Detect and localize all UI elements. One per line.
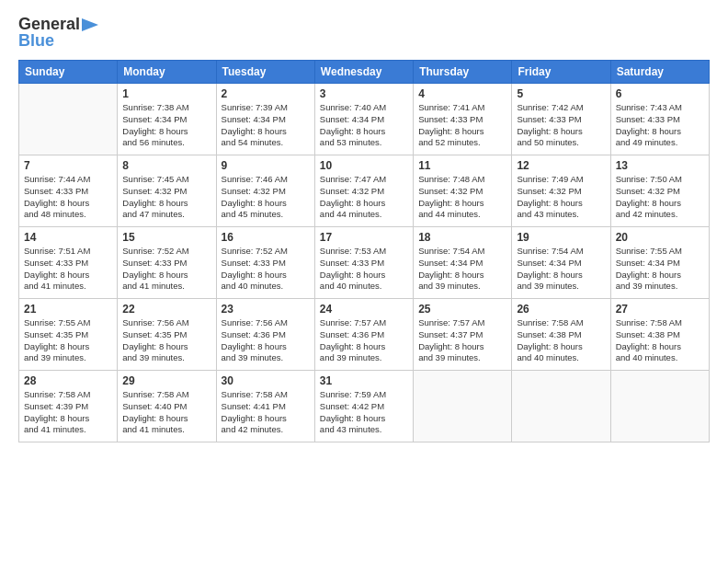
calendar-cell: 27Sunrise: 7:58 AMSunset: 4:38 PMDayligh…	[610, 299, 709, 371]
day-info: Sunrise: 7:45 AMSunset: 4:32 PMDaylight:…	[122, 174, 210, 221]
day-info: Sunrise: 7:58 AMSunset: 4:38 PMDaylight:…	[517, 317, 605, 364]
calendar-cell	[610, 371, 709, 442]
day-number: 2	[222, 87, 310, 100]
header-row: SundayMondayTuesdayWednesdayThursdayFrid…	[19, 61, 710, 84]
day-number: 6	[616, 87, 704, 100]
calendar: SundayMondayTuesdayWednesdayThursdayFrid…	[18, 60, 710, 442]
day-number: 10	[320, 159, 408, 172]
day-info: Sunrise: 7:50 AMSunset: 4:32 PMDaylight:…	[616, 174, 704, 221]
day-info: Sunrise: 7:41 AMSunset: 4:33 PMDaylight:…	[418, 102, 506, 149]
day-info: Sunrise: 7:47 AMSunset: 4:32 PMDaylight:…	[320, 174, 408, 221]
col-header-thursday: Thursday	[414, 61, 512, 84]
day-info: Sunrise: 7:55 AMSunset: 4:35 PMDaylight:…	[24, 317, 112, 364]
day-info: Sunrise: 7:55 AMSunset: 4:34 PMDaylight:…	[616, 246, 704, 293]
day-number: 22	[122, 303, 210, 316]
day-number: 30	[222, 374, 310, 387]
day-number: 21	[24, 303, 112, 316]
logo-arrow-icon	[82, 18, 98, 31]
calendar-cell: 21Sunrise: 7:55 AMSunset: 4:35 PMDayligh…	[19, 299, 118, 371]
col-header-monday: Monday	[118, 61, 216, 84]
day-info: Sunrise: 7:58 AMSunset: 4:41 PMDaylight:…	[222, 389, 310, 436]
day-info: Sunrise: 7:53 AMSunset: 4:33 PMDaylight:…	[320, 246, 408, 293]
day-info: Sunrise: 7:54 AMSunset: 4:34 PMDaylight:…	[517, 246, 605, 293]
calendar-cell	[19, 84, 118, 155]
day-number: 20	[616, 231, 704, 244]
calendar-cell: 23Sunrise: 7:56 AMSunset: 4:36 PMDayligh…	[216, 299, 314, 371]
calendar-cell: 8Sunrise: 7:45 AMSunset: 4:32 PMDaylight…	[118, 155, 216, 227]
calendar-cell: 30Sunrise: 7:58 AMSunset: 4:41 PMDayligh…	[216, 371, 314, 442]
day-number: 9	[222, 159, 310, 172]
day-info: Sunrise: 7:43 AMSunset: 4:33 PMDaylight:…	[616, 102, 704, 149]
calendar-cell: 9Sunrise: 7:46 AMSunset: 4:32 PMDaylight…	[216, 155, 314, 227]
calendar-cell: 18Sunrise: 7:54 AMSunset: 4:34 PMDayligh…	[414, 227, 512, 299]
col-header-wednesday: Wednesday	[314, 61, 413, 84]
calendar-cell: 28Sunrise: 7:58 AMSunset: 4:39 PMDayligh…	[19, 371, 118, 442]
calendar-cell: 10Sunrise: 7:47 AMSunset: 4:32 PMDayligh…	[314, 155, 413, 227]
day-info: Sunrise: 7:42 AMSunset: 4:33 PMDaylight:…	[517, 102, 605, 149]
week-row-1: 1Sunrise: 7:38 AMSunset: 4:34 PMDaylight…	[19, 84, 710, 155]
day-info: Sunrise: 7:57 AMSunset: 4:37 PMDaylight:…	[418, 317, 506, 364]
day-number: 29	[122, 374, 210, 387]
calendar-cell: 13Sunrise: 7:50 AMSunset: 4:32 PMDayligh…	[610, 155, 709, 227]
logo-container: General Blue	[18, 15, 98, 51]
day-info: Sunrise: 7:58 AMSunset: 4:38 PMDaylight:…	[616, 317, 704, 364]
week-row-3: 14Sunrise: 7:51 AMSunset: 4:33 PMDayligh…	[19, 227, 710, 299]
week-row-5: 28Sunrise: 7:58 AMSunset: 4:39 PMDayligh…	[19, 371, 710, 442]
calendar-cell	[512, 371, 610, 442]
calendar-cell: 3Sunrise: 7:40 AMSunset: 4:34 PMDaylight…	[314, 84, 413, 155]
calendar-cell: 1Sunrise: 7:38 AMSunset: 4:34 PMDaylight…	[118, 84, 216, 155]
day-info: Sunrise: 7:39 AMSunset: 4:34 PMDaylight:…	[222, 102, 310, 149]
calendar-cell: 11Sunrise: 7:48 AMSunset: 4:32 PMDayligh…	[414, 155, 512, 227]
day-number: 5	[517, 87, 605, 100]
col-header-tuesday: Tuesday	[216, 61, 314, 84]
day-info: Sunrise: 7:52 AMSunset: 4:33 PMDaylight:…	[122, 246, 210, 293]
calendar-cell: 15Sunrise: 7:52 AMSunset: 4:33 PMDayligh…	[118, 227, 216, 299]
header: General Blue	[18, 15, 710, 51]
day-info: Sunrise: 7:44 AMSunset: 4:33 PMDaylight:…	[24, 174, 112, 221]
calendar-cell: 25Sunrise: 7:57 AMSunset: 4:37 PMDayligh…	[414, 299, 512, 371]
calendar-cell: 26Sunrise: 7:58 AMSunset: 4:38 PMDayligh…	[512, 299, 610, 371]
day-info: Sunrise: 7:38 AMSunset: 4:34 PMDaylight:…	[122, 102, 210, 149]
day-number: 16	[222, 231, 310, 244]
day-number: 11	[418, 159, 506, 172]
page: General Blue SundayMondayTuesdayWednesda…	[0, 0, 728, 563]
calendar-cell: 6Sunrise: 7:43 AMSunset: 4:33 PMDaylight…	[610, 84, 709, 155]
calendar-cell: 7Sunrise: 7:44 AMSunset: 4:33 PMDaylight…	[19, 155, 118, 227]
logo-blue-text: Blue	[18, 31, 98, 51]
day-number: 17	[320, 231, 408, 244]
calendar-cell: 12Sunrise: 7:49 AMSunset: 4:32 PMDayligh…	[512, 155, 610, 227]
day-info: Sunrise: 7:51 AMSunset: 4:33 PMDaylight:…	[24, 246, 112, 293]
day-info: Sunrise: 7:56 AMSunset: 4:35 PMDaylight:…	[122, 317, 210, 364]
calendar-cell: 4Sunrise: 7:41 AMSunset: 4:33 PMDaylight…	[414, 84, 512, 155]
col-header-saturday: Saturday	[610, 61, 709, 84]
week-row-4: 21Sunrise: 7:55 AMSunset: 4:35 PMDayligh…	[19, 299, 710, 371]
day-info: Sunrise: 7:52 AMSunset: 4:33 PMDaylight:…	[222, 246, 310, 293]
day-number: 3	[320, 87, 408, 100]
day-info: Sunrise: 7:54 AMSunset: 4:34 PMDaylight:…	[418, 246, 506, 293]
col-header-sunday: Sunday	[19, 61, 118, 84]
day-info: Sunrise: 7:58 AMSunset: 4:40 PMDaylight:…	[122, 389, 210, 436]
day-number: 19	[517, 231, 605, 244]
day-number: 26	[517, 303, 605, 316]
day-number: 1	[122, 87, 210, 100]
day-info: Sunrise: 7:58 AMSunset: 4:39 PMDaylight:…	[24, 389, 112, 436]
calendar-cell	[414, 371, 512, 442]
day-number: 24	[320, 303, 408, 316]
calendar-cell: 20Sunrise: 7:55 AMSunset: 4:34 PMDayligh…	[610, 227, 709, 299]
day-info: Sunrise: 7:40 AMSunset: 4:34 PMDaylight:…	[320, 102, 408, 149]
day-number: 27	[616, 303, 704, 316]
day-info: Sunrise: 7:49 AMSunset: 4:32 PMDaylight:…	[517, 174, 605, 221]
day-info: Sunrise: 7:48 AMSunset: 4:32 PMDaylight:…	[418, 174, 506, 221]
calendar-cell: 24Sunrise: 7:57 AMSunset: 4:36 PMDayligh…	[314, 299, 413, 371]
day-info: Sunrise: 7:59 AMSunset: 4:42 PMDaylight:…	[320, 389, 408, 436]
day-number: 28	[24, 374, 112, 387]
day-number: 15	[122, 231, 210, 244]
calendar-cell: 14Sunrise: 7:51 AMSunset: 4:33 PMDayligh…	[19, 227, 118, 299]
calendar-cell: 2Sunrise: 7:39 AMSunset: 4:34 PMDaylight…	[216, 84, 314, 155]
calendar-cell: 22Sunrise: 7:56 AMSunset: 4:35 PMDayligh…	[118, 299, 216, 371]
day-number: 13	[616, 159, 704, 172]
svg-marker-0	[82, 18, 98, 31]
col-header-friday: Friday	[512, 61, 610, 84]
calendar-cell: 16Sunrise: 7:52 AMSunset: 4:33 PMDayligh…	[216, 227, 314, 299]
calendar-cell: 19Sunrise: 7:54 AMSunset: 4:34 PMDayligh…	[512, 227, 610, 299]
